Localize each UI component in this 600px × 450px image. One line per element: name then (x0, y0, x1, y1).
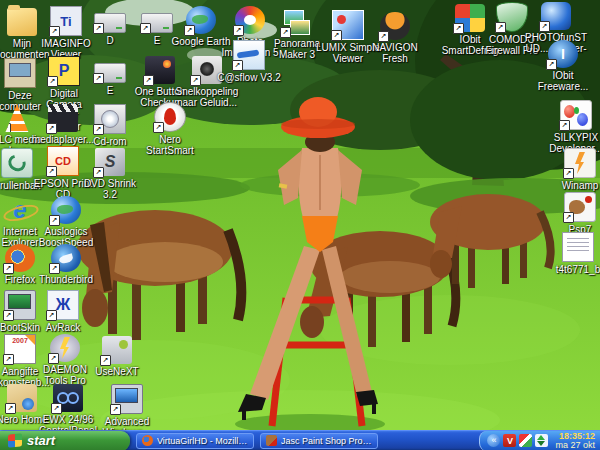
shortcut-arrow-icon: ↗ (539, 21, 550, 32)
shortcut-arrow-icon: ↗ (5, 403, 16, 414)
desktop-icon-label: t4t6771_b (556, 264, 600, 275)
desktop-icon-label: UseNeXT (95, 366, 138, 377)
desktop-icon-silkypix[interactable]: ↗SILKYPIX Developer... (544, 100, 600, 154)
desktop-icon-nero-startsmart[interactable]: ↗Nero StartSmart (138, 102, 202, 156)
desktop-icon-layer: Mijn documentenTi↗IMAGINFO Viewer↗D↗E↗Go… (0, 0, 600, 450)
prullenbak-icon (1, 148, 33, 178)
tray-updown-arrows-icon[interactable] (535, 434, 548, 447)
desktop-icon-usenext[interactable]: ↗UseNeXT (85, 336, 149, 377)
shortcut-arrow-icon: ↗ (559, 120, 570, 131)
shortcut-arrow-icon: ↗ (49, 263, 60, 274)
desktop-icon-label: Nero StartSmart (138, 134, 202, 156)
desktop-icon-label: NAVIGON Fresh (363, 42, 427, 64)
psp7-icon: ↗ (564, 192, 596, 222)
desktop-icon-thunderbird[interactable]: ↗Thunderbird (34, 244, 98, 285)
desktop-icon-psp7[interactable]: ↗Psp7 (548, 192, 600, 235)
shortcut-arrow-icon: ↗ (563, 212, 574, 223)
shortcut-arrow-icon: ↗ (3, 354, 14, 365)
shortcut-arrow-icon: ↗ (93, 73, 104, 84)
desktop-icon-doc-file[interactable]: t4t6771_b (546, 232, 600, 275)
desktop-icon-auslogics-boostspeed[interactable]: ↗Auslogics BoostSpeed (34, 196, 98, 248)
shortcut-arrow-icon: ↗ (453, 23, 464, 34)
desktop-icon-label: Winamp (562, 180, 599, 191)
desktop-icon-label: Thunderbird (39, 274, 93, 285)
desktop-icon-label: Cd-rom (93, 136, 126, 147)
shortcut-arrow-icon: ↗ (140, 23, 151, 34)
clock-date: ma 27 okt (555, 441, 595, 450)
hide-tray-icons-chevron-icon[interactable]: « (487, 434, 500, 447)
shortcut-arrow-icon: ↗ (48, 353, 59, 364)
photofunstudio-icon: ↗ (541, 2, 571, 30)
vlc-icon: ↗ (2, 104, 32, 132)
desktop-icon-label: IObit Freeware... (531, 70, 595, 92)
google-earth-icon: ↗ (186, 6, 216, 34)
desktop-icon-casflow[interactable]: ↗C@sflow V3.2 (217, 40, 281, 83)
desktop-icon-avrack[interactable]: Ж↗AvRack (31, 290, 95, 333)
desktop-icon-label: C@sflow V3.2 (217, 72, 281, 83)
tray-red-v-icon[interactable]: V (503, 434, 516, 447)
shortcut-arrow-icon: ↗ (233, 25, 244, 36)
usenext-icon: ↗ (102, 336, 132, 364)
taskbar-task-firefox[interactable]: VirtuaGirlHD - Mozilla ... (136, 433, 254, 449)
shortcut-arrow-icon: ↗ (378, 31, 389, 42)
photo-impression-icon: ↗ (235, 6, 265, 34)
shortcut-arrow-icon: ↗ (49, 215, 60, 226)
shortcut-arrow-icon: ↗ (143, 75, 154, 86)
desktop-icon-winamp[interactable]: ↗Winamp (548, 148, 600, 191)
desktop-icon-label: E (107, 85, 114, 96)
one-button-checkup-icon: ↗ (145, 56, 175, 84)
desktop-icon-label: Firefox (5, 274, 36, 285)
advanced-windowscare-icon: ↗ (111, 384, 143, 414)
tray-clock[interactable]: 18:35:12 ma 27 okt (555, 432, 595, 450)
desktop: Mijn documentenTi↗IMAGINFO Viewer↗D↗E↗Go… (0, 0, 600, 450)
desktop-icon-label: D (106, 35, 113, 46)
shortcut-arrow-icon: ↗ (563, 168, 574, 179)
desktop-icon-navigon-fresh[interactable]: ↗NAVIGON Fresh (363, 12, 427, 64)
shortcut-arrow-icon: ↗ (46, 310, 57, 321)
shortcut-arrow-icon: ↗ (3, 310, 14, 321)
silkypix-icon: ↗ (560, 100, 592, 130)
firefox-task-icon (142, 435, 153, 446)
start-button[interactable]: start (0, 431, 130, 450)
nero-home-icon: ↗ (7, 384, 37, 412)
system-tray: « V 18:35:12 ma 27 okt (479, 431, 600, 450)
shortcut-arrow-icon: ↗ (232, 60, 243, 71)
shortcut-arrow-icon: ↗ (110, 404, 121, 415)
auslogics-boostspeed-icon: ↗ (51, 196, 81, 224)
shortcut-arrow-icon: ↗ (93, 23, 104, 34)
casflow-icon: ↗ (233, 40, 265, 70)
tray-shield-icon[interactable] (519, 434, 532, 447)
internet-explorer-icon: e (5, 196, 35, 224)
lumix-simple-viewer-icon: ↗ (332, 10, 364, 40)
mijn-documenten-icon (7, 8, 37, 36)
daemon-tools-icon: ↗ (50, 334, 80, 362)
desktop-icon-dvd-shrink[interactable]: S↗DVD Shrink 3.2 (78, 148, 142, 200)
shortcut-arrow-icon: ↗ (51, 403, 62, 414)
desktop-icon-label: E (154, 35, 161, 46)
aangifte-2007-icon: 2007↗ (4, 334, 36, 364)
ewx-controlpanel-icon: ↗ (53, 384, 83, 412)
drive-e2-icon: ↗ (94, 63, 126, 83)
winamp-icon: ↗ (564, 148, 596, 178)
shortcut-arrow-icon: ↗ (495, 22, 506, 33)
taskbar-task-paintshop[interactable]: Jasc Paint Shop Pro - ... (260, 433, 378, 449)
desktop-icon-iobit-freeware[interactable]: I↗IObit Freeware... (531, 40, 595, 92)
shortcut-arrow-icon: ↗ (100, 355, 111, 366)
mediaplayer-icon: ↗ (48, 104, 78, 132)
shortcut-arrow-icon: ↗ (46, 166, 57, 177)
shortcut-arrow-icon: ↗ (49, 26, 60, 37)
shortcut-arrow-icon: ↗ (331, 30, 342, 41)
drive-d-icon: ↗ (94, 13, 126, 33)
paint-shop-pro-task-icon (266, 435, 277, 446)
epson-print-cd-icon: CD↗ (47, 146, 79, 176)
avrack-icon: Ж↗ (47, 290, 79, 320)
desktop-icon-cd-rom[interactable]: ↗Cd-rom (78, 104, 142, 147)
desktop-icon-ewx-controlpanel[interactable]: ↗EWX 24/96 ControlPanel (36, 384, 100, 436)
shortcut-arrow-icon: ↗ (46, 123, 57, 134)
shortcut-arrow-icon: ↗ (280, 27, 291, 38)
start-label: start (27, 433, 55, 448)
poster-creator-icon: P↗ (48, 56, 80, 86)
shortcut-arrow-icon: ↗ (190, 75, 201, 86)
shortcut-arrow-icon: ↗ (3, 263, 14, 274)
cd-rom-icon: ↗ (94, 104, 126, 134)
